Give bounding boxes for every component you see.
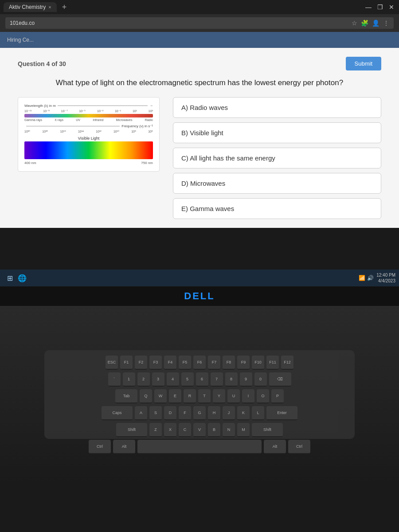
taskbar-right: 📶 🔊 12:40 PM 4/4/2023	[359, 272, 395, 284]
tab-close-button[interactable]: ×	[48, 4, 51, 10]
key-q[interactable]: Q	[140, 389, 152, 403]
key-p[interactable]: P	[271, 389, 284, 403]
key-r[interactable]: R	[184, 389, 196, 403]
quiz-area: Question 4 of 30 Submit What type of lig…	[0, 48, 399, 228]
key-rctrl[interactable]: Ctrl	[288, 440, 310, 454]
key-f1[interactable]: F1	[120, 356, 133, 370]
key-y[interactable]: Y	[213, 389, 225, 403]
key-f7[interactable]: F7	[208, 356, 220, 370]
key-f6[interactable]: F6	[193, 356, 206, 370]
chrome-icon[interactable]: 🌐	[16, 272, 28, 284]
key-2[interactable]: 2	[137, 372, 150, 387]
key-0[interactable]: 0	[254, 372, 267, 387]
option-a-label: A) Radio waves	[181, 104, 228, 111]
key-s[interactable]: S	[149, 406, 162, 420]
start-button[interactable]: ⊞	[4, 272, 16, 284]
clock-time: 12:40 PM	[376, 272, 395, 278]
key-f11[interactable]: F11	[266, 356, 279, 370]
key-h[interactable]: H	[208, 406, 220, 420]
taskbar-clock: 12:40 PM 4/4/2023	[376, 272, 395, 284]
key-alt[interactable]: Alt	[113, 440, 135, 454]
url-text: 101edu.co	[10, 20, 35, 26]
key-7[interactable]: 7	[211, 372, 223, 387]
key-caps[interactable]: Caps	[102, 406, 133, 420]
key-l[interactable]: L	[252, 406, 264, 420]
key-backtick[interactable]: `	[108, 372, 121, 387]
key-8[interactable]: 8	[225, 372, 238, 387]
key-i[interactable]: I	[242, 389, 254, 403]
key-k[interactable]: K	[237, 406, 250, 420]
active-tab[interactable]: Aktiv Chemistry ×	[4, 2, 57, 12]
network-icon: 📶	[359, 275, 365, 281]
key-space[interactable]	[137, 440, 262, 454]
key-f4[interactable]: F4	[164, 356, 176, 370]
key-ralt[interactable]: Alt	[264, 440, 286, 454]
key-d[interactable]: D	[164, 406, 176, 420]
key-u[interactable]: U	[227, 389, 240, 403]
key-f12[interactable]: F12	[281, 356, 293, 370]
option-d[interactable]: D) Microwaves	[173, 173, 381, 194]
option-c-label: C) All light has the same energy	[181, 154, 275, 162]
submit-button[interactable]: Submit	[346, 57, 381, 70]
option-a[interactable]: A) Radio waves	[173, 97, 381, 118]
key-backspace[interactable]: ⌫	[269, 372, 291, 387]
browser-chrome: Aktiv Chemistry × + — ❐ ✕ 101edu.co ☆ 🧩 …	[0, 0, 399, 32]
minimize-button[interactable]: —	[364, 3, 372, 11]
key-ctrl[interactable]: Ctrl	[89, 440, 111, 454]
taskbar: ⊞ 🌐 📶 🔊 12:40 PM 4/4/2023	[0, 270, 399, 286]
key-5[interactable]: 5	[181, 372, 194, 387]
taskbar-icons-group: 📶 🔊	[359, 275, 374, 281]
restore-button[interactable]: ❐	[376, 3, 384, 11]
key-g[interactable]: G	[193, 406, 206, 420]
key-3[interactable]: 3	[152, 372, 164, 387]
nm-right-label: 750 nm	[141, 161, 153, 165]
key-a[interactable]: A	[135, 406, 147, 420]
key-lshift[interactable]: Shift	[116, 423, 147, 437]
key-f[interactable]: F	[179, 406, 191, 420]
bookmark-icon[interactable]: ☆	[352, 20, 357, 27]
new-tab-button[interactable]: +	[59, 3, 70, 12]
key-m[interactable]: M	[237, 423, 250, 437]
key-j[interactable]: J	[223, 406, 235, 420]
sound-icon: 🔊	[367, 275, 374, 281]
key-enter[interactable]: Enter	[266, 406, 297, 420]
key-x[interactable]: X	[164, 423, 176, 437]
option-b[interactable]: B) Visible light	[173, 122, 381, 143]
key-tab[interactable]: Tab	[115, 389, 137, 403]
key-f10[interactable]: F10	[252, 356, 264, 370]
key-rshift[interactable]: Shift	[252, 423, 283, 437]
key-f2[interactable]: F2	[135, 356, 147, 370]
em-scale-bar	[24, 114, 153, 117]
url-input[interactable]: 101edu.co ☆ 🧩 👤 ⋮	[5, 17, 394, 29]
menu-icon[interactable]: ⋮	[383, 20, 389, 27]
question-bar: Question 4 of 30 Submit	[18, 57, 381, 70]
key-1[interactable]: 1	[123, 372, 135, 387]
key-n[interactable]: N	[223, 423, 235, 437]
key-o[interactable]: O	[257, 389, 269, 403]
key-f8[interactable]: F8	[223, 356, 235, 370]
option-e[interactable]: E) Gamma waves	[173, 198, 381, 219]
key-9[interactable]: 9	[240, 372, 252, 387]
answer-options: A) Radio waves B) Visible light C) All l…	[173, 97, 381, 219]
key-f9[interactable]: F9	[237, 356, 250, 370]
key-z[interactable]: Z	[149, 423, 162, 437]
key-v[interactable]: V	[193, 423, 206, 437]
key-6[interactable]: 6	[196, 372, 208, 387]
key-b[interactable]: B	[208, 423, 220, 437]
key-esc[interactable]: ESC	[106, 356, 118, 370]
option-c[interactable]: C) All light has the same energy	[173, 148, 381, 168]
extensions-icon[interactable]: 🧩	[361, 20, 368, 27]
profile-icon[interactable]: 👤	[372, 20, 379, 27]
key-f3[interactable]: F3	[149, 356, 162, 370]
key-f5[interactable]: F5	[179, 356, 191, 370]
close-window-button[interactable]: ✕	[387, 3, 395, 11]
em-region-labels: Gamma rays X rays UV Infrared Microwaves…	[24, 118, 153, 121]
tab-title: Aktiv Chemistry	[9, 4, 46, 10]
bottom-row: Ctrl Alt Alt Ctrl	[50, 440, 349, 454]
key-t[interactable]: T	[198, 389, 211, 403]
window-controls: — ❐ ✕	[364, 3, 395, 11]
key-4[interactable]: 4	[167, 372, 179, 387]
key-e[interactable]: E	[169, 389, 181, 403]
key-w[interactable]: W	[154, 389, 167, 403]
key-c[interactable]: C	[179, 423, 191, 437]
